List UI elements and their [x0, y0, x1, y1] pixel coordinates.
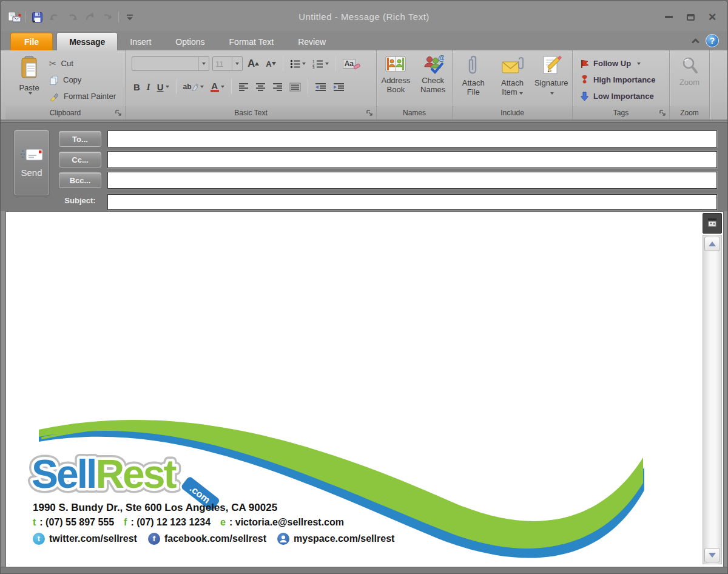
tab-format-text[interactable]: Format Text [217, 33, 286, 50]
tab-review[interactable]: Review [286, 33, 338, 50]
group-label-tags: Tags [573, 106, 669, 120]
align-left-button[interactable] [237, 79, 251, 94]
font-color-swatch [211, 90, 219, 92]
follow-up-button[interactable]: Follow Up [580, 55, 656, 72]
text-highlight-button[interactable]: ab [181, 79, 206, 94]
copy-button[interactable]: Copy [49, 72, 116, 88]
highlight-pen-icon [192, 83, 198, 91]
outlook-message-window: Untitled - Message (Rich Text) ✕ File Me… [0, 0, 728, 574]
tab-file[interactable]: File [10, 33, 53, 50]
cut-icon: ✂ [49, 58, 57, 69]
font-color-button[interactable]: A [209, 79, 226, 94]
signature-caret [550, 92, 554, 95]
eraser-icon [353, 62, 360, 70]
cc-field[interactable] [107, 151, 717, 168]
to-field[interactable] [107, 130, 717, 147]
paperclip-icon [467, 55, 480, 76]
ribbon-tab-row: File Message Insert Options Format Text … [1, 31, 727, 50]
group-label-zoom: Zoom [670, 106, 709, 120]
to-button[interactable]: To... [59, 131, 101, 147]
ribbon: Paste ✂ Cut Copy Format Painter [1, 50, 727, 121]
facebook-link[interactable]: f facebook.com/sellrest [148, 530, 266, 547]
group-label-names: Names [377, 106, 452, 120]
myspace-icon [277, 533, 289, 545]
send-button[interactable]: Send [14, 130, 49, 195]
justify-button[interactable] [288, 79, 303, 94]
align-center-button[interactable] [254, 79, 268, 94]
signature-social-line: t twitter.com/sellrest f facebook.com/se… [33, 530, 400, 547]
font-name-combo[interactable] [132, 56, 209, 71]
address-book-icon [385, 55, 406, 74]
paste-button[interactable]: Paste [13, 53, 46, 107]
signature-icon [541, 55, 562, 76]
grow-font-button[interactable]: A [246, 56, 261, 71]
tab-insert[interactable]: Insert [118, 33, 163, 50]
font-size-combo[interactable]: 11 [212, 56, 243, 71]
bcc-button[interactable]: Bcc... [59, 172, 101, 188]
numbering-icon: 123 [312, 59, 323, 69]
increase-indent-button[interactable] [331, 79, 346, 94]
low-importance-button[interactable]: Low Importance [580, 88, 656, 104]
bold-button[interactable]: B [132, 79, 142, 94]
twitter-icon: t [33, 533, 45, 545]
scroll-up-button[interactable] [704, 237, 720, 251]
cc-button[interactable]: Cc... [59, 152, 101, 167]
bullets-button[interactable] [288, 56, 308, 71]
zoom-magnifier-icon [681, 56, 699, 76]
vertical-scrollbar[interactable] [703, 235, 722, 564]
envelope-header: Send To... Cc... Bcc... Subject: [1, 122, 727, 211]
clear-formatting-button[interactable]: Aa [341, 56, 362, 71]
view-ruler-button[interactable] [703, 213, 722, 234]
twitter-link[interactable]: t twitter.com/sellrest [33, 530, 137, 547]
follow-up-flag-icon [580, 59, 589, 69]
message-body[interactable]: SellRest SellRest SellRest .com 1990 S. … [5, 211, 724, 567]
cut-button[interactable]: ✂ Cut [49, 55, 116, 72]
attach-item-caret [519, 92, 523, 95]
clipboard-dialog-launcher-icon[interactable] [115, 109, 123, 117]
group-include: AttachFile AttachItem Signature Include [453, 50, 573, 120]
high-importance-icon: ❢ [580, 73, 589, 86]
myspace-link[interactable]: myspace.com/sellrest [277, 530, 394, 547]
window-title: Untitled - Message (Rich Text) [1, 12, 727, 22]
scroll-down-button[interactable] [704, 548, 720, 562]
bcc-field[interactable] [107, 172, 717, 189]
window-bottom-frame [1, 567, 727, 573]
paste-icon [19, 56, 39, 81]
check-names-icon: @ [422, 55, 444, 74]
italic-button[interactable]: I [145, 79, 152, 94]
tags-dialog-launcher-icon[interactable] [659, 109, 667, 117]
align-right-button[interactable] [271, 79, 285, 94]
minimize-button[interactable] [662, 12, 675, 22]
paste-dropdown-caret [29, 92, 32, 95]
group-tags: Follow Up ❢ High Importance Low Importan… [573, 50, 670, 120]
svg-text:SellRest: SellRest [32, 451, 177, 496]
window-controls: ✕ [662, 12, 719, 22]
group-label-clipboard: Clipboard [5, 106, 125, 120]
maximize-button[interactable] [684, 12, 697, 22]
basic-text-dialog-launcher-icon[interactable] [366, 109, 374, 117]
facebook-icon: f [148, 533, 160, 545]
group-label-basic-text: Basic Text [126, 106, 376, 120]
zoom-button[interactable]: Zoom [670, 52, 709, 106]
tab-message[interactable]: Message [56, 32, 118, 50]
minimize-ribbon-icon[interactable] [693, 37, 698, 45]
group-clipboard: Paste ✂ Cut Copy Format Painter [5, 50, 126, 120]
title-bar: Untitled - Message (Rich Text) ✕ [1, 1, 727, 31]
underline-button[interactable]: U [155, 79, 171, 94]
decrease-indent-button[interactable] [313, 79, 328, 94]
group-label-include: Include [453, 106, 572, 120]
high-importance-button[interactable]: ❢ High Importance [580, 72, 656, 88]
bullets-icon [290, 59, 300, 69]
close-button[interactable]: ✕ [706, 12, 719, 22]
subject-field[interactable] [107, 194, 717, 210]
tab-options[interactable]: Options [163, 33, 217, 50]
scroll-up-icon [709, 241, 716, 246]
signature-phone-line: t: (07) 55 897 555 f: (07) 12 123 1234 e… [33, 515, 400, 530]
format-painter-button[interactable]: Format Painter [49, 88, 116, 104]
numbering-button[interactable]: 123 [311, 56, 331, 71]
sellrest-logo: SellRest SellRest SellRest [32, 451, 177, 496]
low-importance-arrow-icon [580, 92, 589, 101]
help-button[interactable]: ? [706, 34, 719, 47]
shrink-font-button[interactable]: A [264, 56, 277, 71]
svg-text:3: 3 [312, 66, 315, 69]
